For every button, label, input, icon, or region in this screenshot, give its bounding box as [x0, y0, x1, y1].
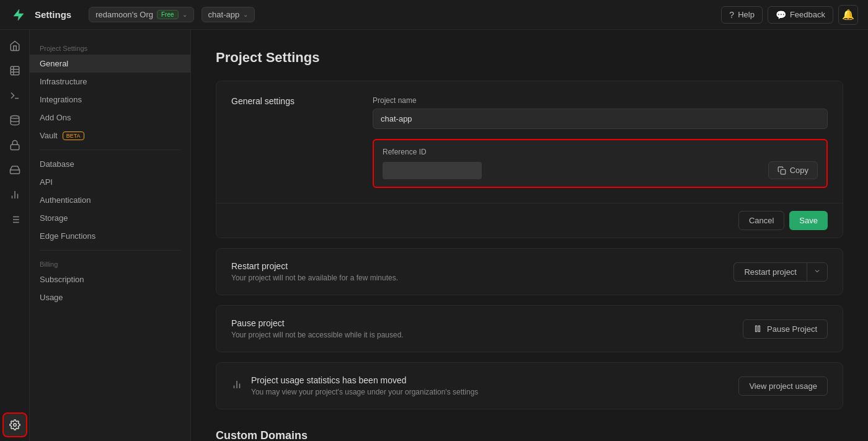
app-logo: [10, 6, 27, 24]
pause-project-card: Pause project Your project will not be a…: [216, 305, 843, 352]
sidebar-item-storage[interactable]: Storage: [30, 209, 190, 227]
page-title: Project Settings: [216, 50, 843, 66]
app-selector[interactable]: chat-app ⌄: [202, 7, 255, 22]
sidebar-item-analytics[interactable]: [4, 184, 26, 206]
general-settings-section-title: General settings: [231, 96, 343, 188]
sidebar-item-usage[interactable]: Usage: [30, 288, 190, 306]
notifications-button[interactable]: 🔔: [838, 5, 858, 25]
org-selector[interactable]: redamoon's Org Free ⌄: [89, 7, 193, 22]
sidebar-item-database[interactable]: Database: [30, 155, 190, 173]
pause-project-description: Your project will not be accessible whil…: [231, 331, 404, 339]
project-name-field: Project name: [373, 96, 828, 129]
pause-project-title: Pause project: [231, 318, 404, 328]
sidebar-item-logs[interactable]: [4, 208, 26, 231]
topbar-actions: ? Help 💬 Feedback 🔔: [721, 5, 858, 25]
content-area: Project Settings General settings Projec…: [191, 30, 868, 441]
restart-project-card: Restart project Your project will not be…: [216, 248, 843, 295]
restart-project-button[interactable]: Restart project: [733, 262, 807, 282]
sidebar-item-api[interactable]: API: [30, 173, 190, 191]
vault-beta-badge: BETA: [63, 131, 84, 140]
sidebar-item-auth[interactable]: [4, 134, 26, 156]
org-chevron-icon: ⌄: [182, 11, 187, 18]
svg-point-2: [11, 116, 19, 119]
sidebar-item-general[interactable]: General: [30, 55, 190, 73]
bar-chart-icon: [231, 379, 242, 393]
restart-project-description: Your project will not be available for a…: [231, 274, 398, 282]
sidebar-item-authentication[interactable]: Authentication: [30, 191, 190, 209]
restart-project-title: Restart project: [231, 261, 398, 271]
feedback-button[interactable]: 💬 Feedback: [768, 6, 833, 24]
sidebar-item-add-ons[interactable]: Add Ons: [30, 109, 190, 127]
help-icon: ?: [729, 10, 734, 20]
cancel-button[interactable]: Cancel: [738, 211, 784, 230]
general-settings-footer: Cancel Save: [216, 203, 843, 238]
org-plan-badge: Free: [157, 10, 179, 19]
sidebar-item-integrations[interactable]: Integrations: [30, 91, 190, 109]
pause-project-text: Pause project Your project will not be a…: [231, 318, 404, 339]
svg-rect-15: [756, 326, 757, 331]
org-name: redamoon's Org: [95, 10, 153, 19]
svg-rect-0: [11, 66, 19, 75]
custom-domains-title: Custom Domains: [216, 419, 843, 441]
copy-icon: [777, 166, 786, 175]
svg-rect-14: [781, 169, 786, 174]
general-settings-fields: Project name Reference ID Copy: [373, 96, 828, 188]
topbar: Settings redamoon's Org Free ⌄ chat-app …: [0, 0, 868, 30]
reference-id-field: Reference ID Copy: [373, 139, 828, 188]
sidebar-item-table-editor[interactable]: [4, 60, 26, 82]
usage-stats-text: Project usage statistics has been moved …: [251, 375, 478, 396]
sidebar-item-infrastructure[interactable]: Infrastructure: [30, 73, 190, 91]
nav-divider-1: [40, 149, 180, 150]
reference-id-label: Reference ID: [383, 148, 818, 156]
svg-rect-16: [758, 326, 760, 331]
project-name-label: Project name: [373, 96, 828, 105]
chevron-down-icon: [813, 267, 821, 275]
usage-stats-title: Project usage statistics has been moved: [251, 375, 478, 385]
pause-icon: [753, 324, 762, 333]
general-settings-body: General settings Project name Reference …: [216, 81, 843, 203]
sidebar-item-home[interactable]: [4, 35, 26, 57]
billing-label: Billing: [30, 256, 190, 270]
usage-stats-left: Project usage statistics has been moved …: [231, 375, 478, 396]
pause-project-button[interactable]: Pause Project: [743, 319, 828, 339]
general-settings-card: General settings Project name Reference …: [216, 81, 843, 238]
svg-point-13: [13, 424, 16, 427]
project-name-input[interactable]: [373, 109, 828, 129]
sidebar-item-subscription[interactable]: Subscription: [30, 270, 190, 288]
app-name: chat-app: [208, 10, 240, 19]
usage-stats-description: You may view your project's usage under …: [251, 388, 478, 396]
sidebar-item-sql-editor[interactable]: [4, 84, 26, 107]
usage-stats-card: Project usage statistics has been moved …: [216, 362, 843, 409]
reference-id-row: Copy: [383, 161, 818, 179]
reference-id-value: [383, 162, 482, 179]
sidebar-item-database[interactable]: [4, 109, 26, 131]
main-layout: Project Settings General Infrastructure …: [0, 30, 868, 441]
message-icon: 💬: [776, 10, 786, 20]
save-button[interactable]: Save: [789, 211, 828, 230]
project-settings-label: Project Settings: [30, 40, 190, 55]
sidebar-item-edge-functions[interactable]: Edge Functions: [30, 227, 190, 245]
help-button[interactable]: ? Help: [721, 6, 763, 24]
sidebar-item-vault[interactable]: Vault BETA: [30, 127, 190, 145]
restart-button-group: Restart project: [733, 262, 828, 282]
restart-project-text: Restart project Your project will not be…: [231, 261, 398, 282]
copy-label: Copy: [790, 166, 808, 175]
nav-sidebar: Project Settings General Infrastructure …: [30, 30, 191, 441]
sidebar-item-settings[interactable]: [4, 414, 26, 436]
sidebar-item-storage[interactable]: [4, 159, 26, 181]
restart-chevron-button[interactable]: [807, 262, 828, 282]
view-project-usage-button[interactable]: View project usage: [738, 376, 828, 396]
app-chevron-icon: ⌄: [243, 11, 248, 18]
copy-button[interactable]: Copy: [768, 161, 818, 179]
bell-icon: 🔔: [842, 9, 854, 20]
icon-sidebar: [0, 30, 30, 441]
svg-rect-3: [11, 145, 19, 149]
topbar-title: Settings: [35, 9, 71, 20]
nav-divider-2: [40, 250, 180, 251]
